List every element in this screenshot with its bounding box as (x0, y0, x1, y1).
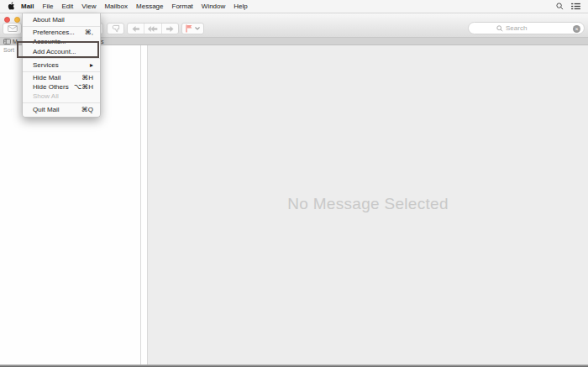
close-button[interactable] (4, 17, 10, 23)
menu-item-preferences[interactable]: Preferences... ⌘, (23, 28, 100, 37)
reply-button-group (127, 23, 179, 34)
forward-icon (165, 25, 175, 33)
menubar-item-window[interactable]: Window (197, 0, 229, 13)
menu-item-quit-mail[interactable]: Quit Mail ⌘Q (23, 104, 100, 114)
menu-item-services[interactable]: Services ▸ (23, 60, 100, 70)
menubar-item-file[interactable]: File (39, 0, 58, 13)
favorites-item-fragment[interactable]: s (101, 38, 104, 45)
menu-item-about-mail[interactable]: About Mail (23, 15, 100, 24)
shortcut-preferences: ⌘, (85, 29, 93, 36)
menu-bar: Mail File Edit View Mailbox Message Form… (0, 0, 588, 13)
message-view-pane: No Message Selected (147, 45, 588, 367)
forward-button[interactable] (161, 24, 178, 34)
chevron-down-icon (195, 27, 200, 30)
menubar-item-view[interactable]: View (77, 0, 100, 13)
menubar-item-format[interactable]: Format (168, 0, 197, 13)
menubar-item-message[interactable]: Message (132, 0, 167, 13)
junk-thumbs-down-icon (112, 24, 120, 33)
flag-button[interactable] (181, 23, 204, 34)
shortcut-quit-mail: ⌘Q (81, 106, 93, 113)
spotlight-search-icon[interactable] (556, 3, 564, 10)
search-clear-icon[interactable]: × (573, 25, 580, 33)
mail-menu-dropdown: About Mail Preferences... ⌘, Accounts...… (22, 13, 101, 118)
notification-center-icon[interactable] (571, 3, 580, 10)
shortcut-hide-mail: ⌘H (81, 74, 93, 81)
no-message-selected-text: No Message Selected (287, 195, 449, 213)
menu-separator (23, 71, 100, 72)
reply-all-icon (147, 25, 158, 33)
get-mail-button[interactable] (3, 23, 22, 34)
annotation-box-add-account (17, 41, 99, 58)
reply-all-button[interactable] (144, 24, 160, 34)
search-icon (496, 25, 503, 32)
search-input[interactable] (506, 24, 549, 32)
menubar-item-edit[interactable]: Edit (57, 0, 77, 13)
junk-button[interactable] (107, 23, 124, 34)
submenu-arrow-icon: ▸ (90, 61, 93, 69)
minimize-button[interactable] (14, 17, 20, 23)
menubar-item-mailbox[interactable]: Mailbox (100, 0, 132, 13)
menubar-item-mail[interactable]: Mail (15, 0, 39, 13)
search-field[interactable]: × (468, 22, 585, 34)
menu-item-show-all: Show All (23, 92, 100, 101)
reply-button[interactable] (128, 24, 144, 34)
menu-item-hide-others[interactable]: Hide Others ⌥⌘H (23, 82, 100, 92)
menu-separator (23, 26, 100, 27)
apple-menu-icon[interactable] (8, 2, 15, 11)
menu-item-hide-mail[interactable]: Hide Mail ⌘H (23, 73, 100, 82)
menu-separator (23, 102, 100, 103)
reply-icon (131, 25, 140, 33)
get-mail-envelope-icon (8, 25, 18, 32)
shortcut-hide-others: ⌥⌘H (74, 83, 93, 91)
menubar-item-help[interactable]: Help (229, 0, 251, 13)
mailboxes-sidebar-icon[interactable] (3, 39, 11, 45)
flag-icon (186, 24, 192, 33)
screen: Mail File Edit View Mailbox Message Form… (0, 0, 588, 367)
